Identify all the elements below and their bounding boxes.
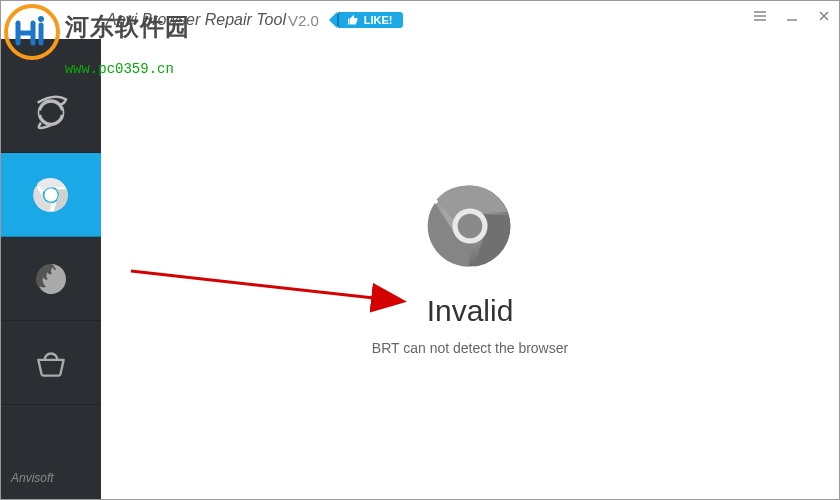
hamburger-icon xyxy=(753,9,767,23)
main-panel: Invalid BRT can not detect the browser xyxy=(101,39,839,499)
basket-icon xyxy=(32,344,70,382)
status-message: BRT can not detect the browser xyxy=(372,340,568,356)
chrome-gray-icon xyxy=(426,182,514,270)
sidebar-item-store[interactable] xyxy=(1,321,101,405)
minimize-button[interactable] xyxy=(783,7,801,25)
menu-button[interactable] xyxy=(751,7,769,25)
like-label: LIKE! xyxy=(364,14,393,26)
close-icon xyxy=(817,9,831,23)
sidebar-item-chrome[interactable] xyxy=(1,153,101,237)
svg-point-4 xyxy=(44,187,59,202)
svg-point-8 xyxy=(458,214,483,239)
status-title: Invalid xyxy=(427,294,514,328)
ie-icon xyxy=(31,91,71,131)
like-button[interactable]: LIKE! xyxy=(337,12,403,28)
sidebar: Anvisoft xyxy=(1,1,101,499)
app-title: Anvi Browser Repair Tool xyxy=(106,11,286,29)
app-version: V2.0 xyxy=(288,12,319,29)
firefox-icon xyxy=(31,259,71,299)
thumbs-up-icon xyxy=(347,14,359,26)
sidebar-item-ie[interactable] xyxy=(1,69,101,153)
minimize-icon xyxy=(785,9,799,23)
chrome-icon xyxy=(31,175,71,215)
sidebar-footer: Anvisoft xyxy=(1,459,101,499)
titlebar: Anvi Browser Repair Tool V2.0 LIKE! xyxy=(1,1,839,39)
sidebar-item-firefox[interactable] xyxy=(1,237,101,321)
close-button[interactable] xyxy=(815,7,833,25)
